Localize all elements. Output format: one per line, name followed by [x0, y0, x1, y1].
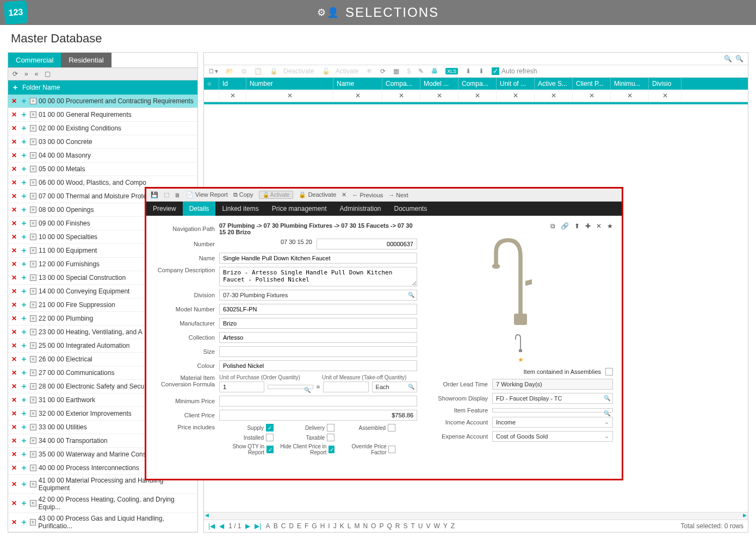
upload-icon[interactable]: ⬆ — [574, 222, 580, 230]
expand-icon[interactable]: + — [30, 98, 36, 104]
expand-icon[interactable]: + — [30, 397, 36, 403]
division-input[interactable]: 07-30 Plumbing Fixtures — [219, 290, 417, 301]
alpha-letter[interactable]: N — [363, 522, 368, 530]
opt-assembled[interactable]: Assembled — [341, 424, 395, 431]
filter-cell[interactable]: ✕ — [497, 90, 535, 102]
manufacturer-input[interactable] — [219, 318, 417, 329]
folder-row[interactable]: ✕＋+01 00 00 General Requirements — [8, 108, 197, 122]
expand-icon[interactable]: + — [30, 274, 36, 281]
filter-cell[interactable]: ✕ — [611, 90, 649, 102]
delete-icon[interactable]: ✕ — [10, 152, 18, 159]
favorite-star-icon[interactable]: ★ — [518, 356, 524, 364]
expand-icon[interactable]: + — [30, 193, 36, 199]
expand-icon[interactable]: + — [30, 220, 36, 227]
col-header[interactable]: Active S... — [535, 78, 573, 90]
col-header[interactable]: Unit of ... — [497, 78, 535, 90]
opt-hide-client[interactable]: Hide Client Price in Report✓ — [280, 443, 334, 455]
delete-icon[interactable]: ✕ — [10, 423, 18, 431]
uop-unit-input[interactable] — [268, 385, 313, 389]
income-select[interactable]: Income — [492, 417, 613, 428]
alpha-letter[interactable]: B — [274, 522, 278, 530]
add-icon[interactable]: ＋ — [20, 314, 28, 323]
alpha-letter[interactable]: Y — [443, 522, 448, 530]
expand-icon[interactable]: + — [30, 519, 36, 526]
pager-prev-icon[interactable]: ◀ — [219, 522, 224, 530]
folder-row[interactable]: ✕＋+05 00 00 Metals — [8, 162, 197, 176]
folder-row[interactable]: ✕＋+04 00 00 Masonry — [8, 149, 197, 162]
alpha-letter[interactable]: R — [395, 522, 400, 530]
add-folder-icon[interactable]: ＋ — [11, 83, 19, 92]
delete-icon[interactable]: ✕ — [10, 97, 18, 105]
tab-preview[interactable]: Preview — [146, 202, 183, 216]
uop-qty-input[interactable] — [219, 381, 264, 392]
filter-cell[interactable]: ✕ — [333, 90, 382, 102]
add-icon[interactable]: ＋ — [20, 436, 28, 446]
deactivate-button-dlg[interactable]: 🔒 Deactivate — [299, 191, 336, 198]
alpha-letter[interactable]: O — [371, 522, 376, 530]
expand-icon[interactable]: + — [30, 288, 36, 295]
add-icon[interactable]: ＋ — [20, 137, 28, 147]
expand-icon[interactable]: + — [30, 437, 36, 444]
add-icon[interactable]: ＋ — [20, 498, 28, 508]
filter-cell[interactable]: ✕ — [458, 90, 497, 102]
col-header[interactable]: Model ... — [420, 78, 458, 90]
alpha-letter[interactable]: J — [333, 522, 337, 530]
col-header[interactable]: Id — [219, 78, 246, 90]
alpha-letter[interactable]: M — [354, 522, 360, 530]
copy-button[interactable]: ⧉ Copy — [233, 191, 253, 198]
tab-admin[interactable]: Administration — [333, 202, 387, 216]
uom-qty-input[interactable] — [323, 381, 368, 392]
expand-icon[interactable]: + — [30, 481, 36, 487]
col-header[interactable]: Client P... — [573, 78, 611, 90]
col-header[interactable]: ○ — [204, 78, 219, 90]
download-icon[interactable]: ⬇ — [466, 67, 471, 75]
tab-docs[interactable]: Documents — [388, 202, 434, 216]
filter-cell[interactable]: ✕ — [420, 90, 458, 102]
link-icon[interactable]: 🔗 — [561, 222, 569, 230]
tab-commercial[interactable]: Commercial — [8, 53, 61, 67]
add-icon[interactable]: ＋ — [20, 395, 28, 405]
delete-icon[interactable]: ✕ — [10, 111, 18, 118]
alpha-letter[interactable]: P — [379, 522, 383, 530]
horizontal-scrollbar[interactable] — [204, 512, 748, 520]
add-icon[interactable]: ＋ — [20, 409, 28, 418]
expand-icon[interactable]: + — [30, 410, 36, 417]
star-icon[interactable]: ★ — [607, 222, 613, 230]
add-icon[interactable]: ＋ — [20, 341, 28, 351]
add-icon[interactable]: ＋ — [20, 300, 28, 310]
pager-last-icon[interactable]: ▶| — [255, 522, 261, 530]
alpha-letter[interactable]: L — [348, 522, 351, 530]
copy-image-icon[interactable]: ⧉ — [550, 222, 555, 230]
refresh-icon[interactable]: ⟳ — [13, 70, 18, 78]
alpha-letter[interactable]: A — [266, 522, 270, 530]
expand-icon[interactable]: + — [30, 179, 36, 186]
uom-unit-input[interactable]: Each — [372, 381, 417, 392]
folder-row[interactable]: ✕＋+03 00 00 Concrete — [8, 135, 197, 149]
pager-first-icon[interactable]: |◀ — [208, 522, 215, 530]
add-icon[interactable]: ＋ — [20, 327, 28, 337]
filter-cell[interactable] — [204, 90, 219, 102]
filter-cell[interactable]: ✕ — [382, 90, 420, 102]
tab-residential[interactable]: Residential — [61, 53, 111, 67]
delete-icon[interactable]: ✕ — [10, 124, 18, 132]
expand-icon[interactable]: + — [30, 302, 36, 308]
folder-row[interactable]: ✕＋+00 00 00 Procurement and Contracting … — [8, 95, 197, 108]
delete-image-icon[interactable]: ✕ — [596, 222, 602, 230]
expand-icon[interactable]: + — [30, 451, 36, 458]
alpha-letter[interactable]: C — [281, 522, 286, 530]
next-button[interactable]: → Next — [388, 192, 408, 198]
delete-icon[interactable]: ✕ — [10, 260, 18, 268]
filter-cell[interactable]: ✕ — [649, 90, 681, 102]
expand-icon[interactable]: + — [30, 424, 36, 430]
opt-supply[interactable]: Supply✓ — [219, 424, 274, 431]
name-input[interactable] — [219, 253, 417, 264]
expand-icon[interactable]: + — [30, 315, 36, 322]
alpha-letter[interactable]: H — [320, 522, 325, 530]
col-header[interactable]: Compa... — [382, 78, 420, 90]
client-price-input[interactable] — [219, 410, 417, 421]
alpha-letter[interactable]: V — [426, 522, 430, 530]
delete-icon[interactable]: ✕ — [10, 247, 18, 254]
opt-show-qty[interactable]: Show QTY in Report✓ — [219, 443, 274, 455]
print-icon[interactable]: 🖶 — [431, 67, 438, 75]
collapse-left-icon[interactable]: « — [35, 70, 39, 78]
